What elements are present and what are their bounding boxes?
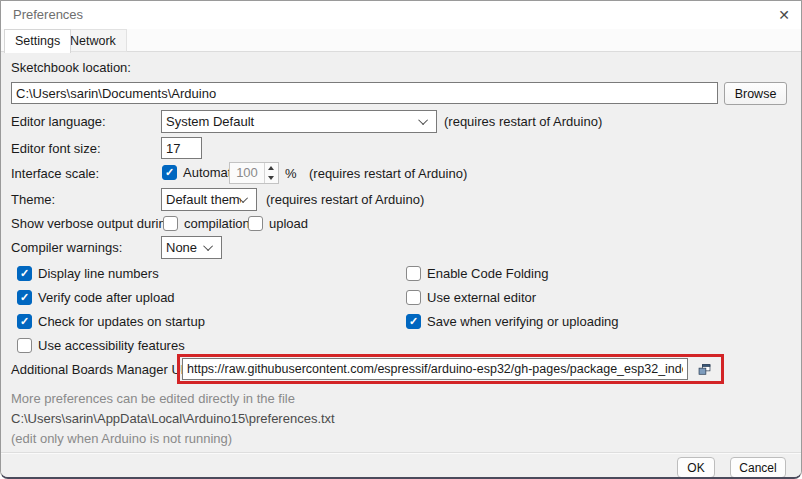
option-label: Enable Code Folding	[427, 266, 548, 281]
restart-note: (requires restart of Arduino)	[266, 192, 424, 208]
option-label: Check for updates on startup	[38, 314, 205, 329]
preferences-dialog: Preferences ✕ Settings Network Sketchboo…	[0, 0, 802, 479]
accessibility-checkbox[interactable]	[17, 338, 32, 353]
option-label: Use accessibility features	[38, 338, 185, 353]
verify-code-checkbox[interactable]	[17, 290, 32, 305]
more-preferences-text: More preferences can be edited directly …	[11, 391, 295, 407]
option-label: Save when verifying or uploading	[427, 314, 619, 329]
scale-spinner[interactable]: 100	[229, 162, 279, 184]
external-editor-checkbox[interactable]	[406, 290, 421, 305]
editor-font-size-input[interactable]	[161, 137, 202, 159]
display-line-numbers-option: Display line numbers	[17, 265, 159, 282]
title-bar: Preferences ✕	[1, 1, 801, 29]
sketchbook-location-label: Sketchbook location:	[11, 60, 131, 76]
sketchbook-location-input[interactable]	[11, 82, 718, 104]
scale-value: 100	[230, 163, 264, 183]
display-line-numbers-checkbox[interactable]	[17, 266, 32, 281]
check-updates-option: Check for updates on startup	[17, 313, 205, 330]
theme-label: Theme:	[11, 192, 55, 208]
compiler-warnings-value: None	[166, 240, 206, 255]
windows-list-icon	[698, 361, 711, 378]
editor-language-select[interactable]: System Default	[161, 110, 437, 133]
code-folding-option: Enable Code Folding	[406, 265, 548, 282]
open-urls-list-button[interactable]	[692, 358, 717, 380]
option-label: Use external editor	[427, 290, 536, 305]
editor-language-label: Editor language:	[11, 114, 106, 130]
verbose-output-label: Show verbose output during:	[11, 216, 177, 232]
option-label: Verify code after upload	[38, 290, 175, 305]
boards-manager-urls-input[interactable]	[182, 358, 688, 380]
spinner-up-icon[interactable]	[265, 163, 277, 173]
code-folding-checkbox[interactable]	[406, 266, 421, 281]
compilation-option: compilation	[163, 215, 250, 232]
editor-font-size-label: Editor font size:	[11, 141, 101, 157]
upload-checkbox[interactable]	[248, 216, 263, 231]
footer-divider	[1, 452, 801, 453]
spinner-buttons[interactable]	[264, 163, 277, 183]
interface-scale-label: Interface scale:	[11, 166, 99, 182]
theme-select[interactable]: Default theme	[161, 188, 257, 211]
edit-warning-text: (edit only when Arduino is not running)	[11, 431, 232, 447]
spinner-down-icon[interactable]	[265, 173, 277, 183]
browse-button[interactable]: Browse	[724, 82, 787, 105]
verify-code-option: Verify code after upload	[17, 289, 175, 306]
restart-note: (requires restart of Arduino)	[444, 114, 602, 130]
theme-value: Default theme	[166, 192, 241, 207]
save-on-verify-checkbox[interactable]	[406, 314, 421, 329]
upload-label: upload	[269, 216, 308, 231]
boards-manager-urls-label: Additional Boards Manager URLs:	[11, 362, 208, 378]
editor-language-value: System Default	[166, 114, 421, 129]
check-updates-checkbox[interactable]	[17, 314, 32, 329]
close-icon[interactable]: ✕	[773, 5, 795, 25]
automatic-checkbox[interactable]	[162, 165, 177, 180]
compiler-warnings-select[interactable]: None	[161, 236, 222, 259]
preferences-file-path: C:\Users\sarin\AppData\Local\Arduino15\p…	[11, 411, 335, 427]
tab-settings[interactable]: Settings	[4, 29, 71, 53]
restart-note: (requires restart of Arduino)	[309, 166, 467, 182]
window-title: Preferences	[13, 7, 83, 22]
compiler-warnings-label: Compiler warnings:	[11, 240, 122, 256]
external-editor-option: Use external editor	[406, 289, 536, 306]
cancel-button[interactable]: Cancel	[730, 457, 786, 478]
save-on-verify-option: Save when verifying or uploading	[406, 313, 619, 330]
option-label: Display line numbers	[38, 266, 159, 281]
upload-option: upload	[248, 215, 308, 232]
ok-button[interactable]: OK	[677, 457, 715, 478]
accessibility-option: Use accessibility features	[17, 337, 185, 354]
compilation-label: compilation	[184, 216, 250, 231]
tab-strip: Settings Network	[1, 29, 801, 52]
compilation-checkbox[interactable]	[163, 216, 178, 231]
percent-sign: %	[285, 166, 297, 182]
